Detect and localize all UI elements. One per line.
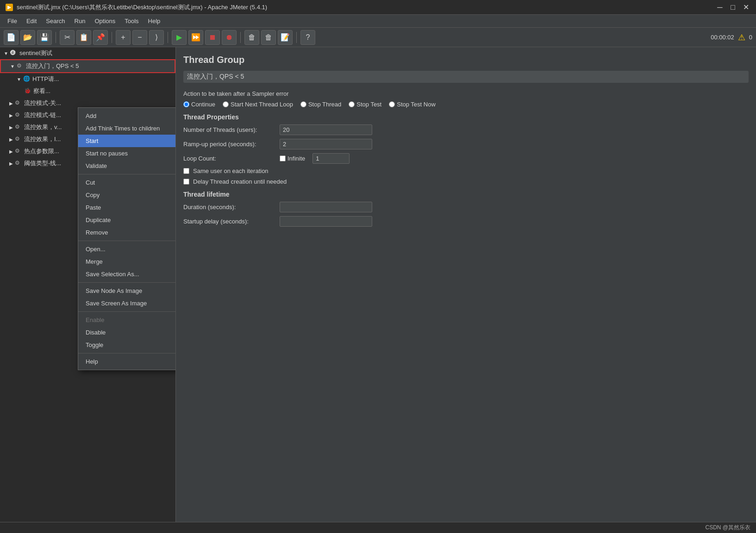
radio-continue-label: Continue xyxy=(191,101,215,108)
ctx-open[interactable]: Open... xyxy=(78,243,176,255)
right-panel: Thread Group 流控入门，QPS < 5 Action to be t… xyxy=(176,47,756,522)
ctx-enable-label: Enable xyxy=(86,316,104,323)
ctx-add[interactable]: Add ▶ xyxy=(78,110,176,122)
copy-button[interactable]: 📋 xyxy=(76,30,91,45)
menu-help[interactable]: Help xyxy=(144,16,164,26)
duration-input[interactable] xyxy=(280,202,372,212)
thread-group-icon-3: ⚙ xyxy=(15,112,22,119)
loop-count-input[interactable] xyxy=(312,153,350,164)
tree-item-label: 热点参数限... xyxy=(24,147,59,155)
expand-button[interactable]: ⟩ xyxy=(149,30,164,45)
help-button[interactable]: ? xyxy=(300,30,315,45)
ctx-save-screen-image[interactable]: Save Screen As Image Ctrl+Shift-G xyxy=(78,297,176,310)
menu-run[interactable]: Run xyxy=(71,16,89,26)
main-layout: ▼ 🅐 sentinel测试 ▼ ⚙ 流控入门，QPS < 5 ▼ 🌐 HTTP… xyxy=(0,47,756,522)
new-button[interactable]: 📄 xyxy=(4,30,19,45)
radio-stop-thread[interactable]: Stop Thread xyxy=(300,101,341,108)
templates-button[interactable]: 📝 xyxy=(278,30,293,45)
ctx-save-node-label: Save Node As Image xyxy=(86,287,142,294)
run-no-pause-button[interactable]: ⏩ xyxy=(188,30,203,45)
thread-properties-title: Thread Properties xyxy=(183,113,749,121)
radio-stop-test-now[interactable]: Stop Test Now xyxy=(389,101,436,108)
run-button[interactable]: ▶ xyxy=(172,30,187,45)
menu-options[interactable]: Options xyxy=(91,16,119,26)
ctx-sep-3 xyxy=(78,282,176,283)
menu-edit[interactable]: Edit xyxy=(23,16,40,26)
thread-group-icon-6: ⚙ xyxy=(15,148,22,155)
radio-stop-test[interactable]: Stop Test xyxy=(349,101,381,108)
menu-file[interactable]: File xyxy=(4,16,21,26)
ctx-duplicate[interactable]: Duplicate Ctrl+Shift-C xyxy=(78,214,176,226)
tree-item-listener[interactable]: 🐞 察看... xyxy=(0,85,175,97)
start-delay-input[interactable] xyxy=(280,216,372,227)
ctx-toggle[interactable]: Toggle Ctrl-T xyxy=(78,339,176,351)
infinite-checkbox-label[interactable]: Infinite xyxy=(280,155,305,162)
ctx-paste[interactable]: Paste Ctrl-V xyxy=(78,201,176,214)
loop-count-row: Loop Count: Infinite xyxy=(183,153,749,164)
radio-next-thread-input[interactable] xyxy=(223,101,229,107)
tree-item-label: 流控模式-关... xyxy=(24,99,61,107)
ctx-save-screen-label: Save Screen As Image xyxy=(86,300,147,307)
ctx-help-label: Help xyxy=(86,358,98,365)
loop-count-label: Loop Count: xyxy=(183,155,276,162)
tree-item-label: 流控模式-链... xyxy=(24,111,61,119)
ctx-duplicate-label: Duplicate xyxy=(86,217,111,223)
save-button[interactable]: 💾 xyxy=(37,30,52,45)
error-count: 0 xyxy=(749,34,752,41)
expand-arrow: ▶ xyxy=(9,101,13,106)
remove-button[interactable]: − xyxy=(132,30,147,45)
same-user-checkbox[interactable] xyxy=(183,168,189,174)
tree-item-thread-group-1[interactable]: ▼ ⚙ 流控入门，QPS < 5 xyxy=(0,59,175,73)
menu-tools[interactable]: Tools xyxy=(121,16,142,26)
panel-name: 流控入门，QPS < 5 xyxy=(183,71,749,83)
ctx-paste-label: Paste xyxy=(86,204,101,211)
ctx-cut[interactable]: Cut Ctrl-X xyxy=(78,176,176,189)
ramp-up-input[interactable] xyxy=(280,139,372,149)
stop-button[interactable]: ⏹ xyxy=(205,30,220,45)
ctx-save-node-image[interactable]: Save Node As Image Ctrl-G xyxy=(78,285,176,297)
radio-stop-test-now-input[interactable] xyxy=(389,101,395,107)
maximize-button[interactable]: □ xyxy=(728,3,737,12)
ctx-add-think-times[interactable]: Add Think Times to children xyxy=(78,122,176,135)
radio-continue[interactable]: Continue xyxy=(183,101,215,108)
stop-now-button[interactable]: ⏺ xyxy=(222,30,237,45)
tree-item-label: 察看... xyxy=(33,87,50,95)
tree-item-test-plan[interactable]: ▼ 🅐 sentinel测试 xyxy=(0,47,175,59)
ctx-start-no-pauses[interactable]: Start no pauses xyxy=(78,147,176,160)
ctx-help[interactable]: Help xyxy=(78,355,176,368)
ctx-save-selection[interactable]: Save Selection As... xyxy=(78,268,176,280)
open-button[interactable]: 📂 xyxy=(20,30,35,45)
radio-stop-test-input[interactable] xyxy=(349,101,355,107)
close-button[interactable]: ✕ xyxy=(741,3,750,12)
ctx-start[interactable]: Start xyxy=(78,135,176,147)
radio-stop-thread-input[interactable] xyxy=(300,101,306,107)
delayed-start-row: Delay Thread creation until needed xyxy=(183,178,749,185)
warning-icon: ⚠ xyxy=(738,32,745,43)
ctx-merge[interactable]: Merge xyxy=(78,255,176,268)
ctx-remove-label: Remove xyxy=(86,229,108,236)
clear-button[interactable]: 🗑 xyxy=(244,30,259,45)
ctx-copy[interactable]: Copy Ctrl-C xyxy=(78,189,176,201)
delayed-start-checkbox[interactable] xyxy=(183,179,189,185)
num-threads-input[interactable] xyxy=(280,124,372,135)
clear-all-button[interactable]: 🗑 xyxy=(261,30,276,45)
ctx-disable[interactable]: Disable xyxy=(78,326,176,339)
paste-button[interactable]: 📌 xyxy=(93,30,108,45)
thread-group-icon-4: ⚙ xyxy=(15,124,22,131)
ctx-validate[interactable]: Validate xyxy=(78,160,176,172)
ctx-remove[interactable]: Remove Delete xyxy=(78,226,176,239)
ctx-copy-label: Copy xyxy=(86,192,100,198)
error-action-radios: Continue Start Next Thread Loop Stop Thr… xyxy=(183,101,749,108)
same-user-row: Same user on each iteration xyxy=(183,167,749,174)
separator-4 xyxy=(240,32,241,43)
radio-next-thread[interactable]: Start Next Thread Loop xyxy=(223,101,293,108)
minimize-button[interactable]: ─ xyxy=(715,3,725,12)
tree-item-http[interactable]: ▼ 🌐 HTTP请... xyxy=(0,73,175,85)
menu-search[interactable]: Search xyxy=(42,16,69,26)
ctx-sep-2 xyxy=(78,241,176,241)
duration-label: Duration (seconds): xyxy=(183,204,276,211)
radio-continue-input[interactable] xyxy=(183,101,189,107)
cut-button[interactable]: ✂ xyxy=(60,30,75,45)
infinite-checkbox[interactable] xyxy=(280,155,286,161)
add-button[interactable]: + xyxy=(116,30,131,45)
